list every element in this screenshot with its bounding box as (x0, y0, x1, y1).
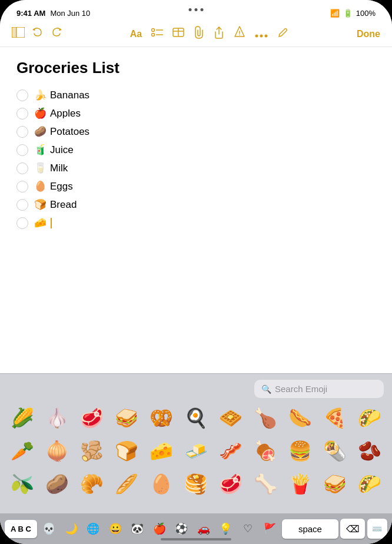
emoji-wrap[interactable]: 🥪 (318, 469, 351, 499)
delete-button[interactable]: ⌫ (340, 519, 365, 539)
flag-icon[interactable]: 🚩 (260, 519, 280, 539)
emoji-beans[interactable]: 🫘 (353, 436, 386, 466)
format-text-icon[interactable]: Aa (130, 29, 142, 39)
list-item: 🍞 Bread (16, 198, 376, 211)
emoji-smile-icon[interactable]: 😀 (105, 519, 125, 539)
emoji-sandwich[interactable]: 🥪 (110, 403, 144, 433)
ball-icon[interactable]: ⚽ (171, 519, 191, 539)
heart-icon[interactable]: ♡ (238, 519, 258, 539)
list-item: 🍌 Bananas (16, 89, 376, 101)
space-button[interactable]: space (282, 519, 338, 539)
cursor (50, 217, 52, 229)
emoji-taco2[interactable]: 🌮 (353, 469, 386, 499)
item-text-3[interactable]: Potatoes (50, 126, 89, 138)
done-button[interactable]: Done (357, 29, 380, 39)
emoji-bone-meat[interactable]: 🍖 (248, 436, 282, 466)
undo-icon[interactable] (32, 27, 44, 41)
globe-icon[interactable]: 🌐 (83, 519, 103, 539)
checkbox-6[interactable] (16, 181, 28, 193)
compose-icon[interactable] (277, 26, 289, 41)
wifi-icon: 📶 (330, 9, 340, 18)
emoji-bone[interactable]: 🦴 (248, 469, 282, 499)
checkbox-7[interactable] (16, 199, 28, 211)
checkbox-4[interactable] (16, 144, 28, 156)
item-text-7[interactable]: Bread (50, 199, 77, 211)
emoji-bread[interactable]: 🍞 (110, 436, 144, 466)
emoji-steak[interactable]: 🥩 (214, 469, 247, 499)
abc-button[interactable]: A B C (5, 520, 37, 538)
search-icon: 🔍 (261, 384, 271, 394)
table-icon[interactable] (172, 27, 184, 41)
emoji-carrot[interactable]: 🥕 (6, 436, 39, 466)
emoji-onion[interactable]: 🧅 (41, 436, 74, 466)
emoji-croissant[interactable]: 🥐 (75, 469, 109, 499)
item-text-2[interactable]: Apples (50, 108, 81, 120)
emoji-potato[interactable]: 🥔 (41, 469, 74, 499)
apple-icon[interactable]: 🍎 (150, 519, 170, 539)
car-icon[interactable]: 🚗 (194, 519, 214, 539)
emoji-burger[interactable]: 🍔 (283, 436, 317, 466)
emoji-2: 🍎 (34, 107, 46, 120)
emoji-pretzel[interactable]: 🥨 (145, 403, 178, 433)
checkbox-5[interactable] (16, 162, 28, 174)
emoji-waffle[interactable]: 🧇 (214, 403, 247, 433)
attach-icon[interactable] (194, 26, 204, 42)
emoji-4: 🧃 (34, 144, 46, 156)
emoji-5: 🥛 (34, 162, 46, 174)
emoji-olive[interactable]: 🫒 (6, 469, 39, 499)
checkbox-3[interactable] (16, 126, 28, 138)
emoji-butter[interactable]: 🧈 (180, 436, 213, 466)
checklist-icon[interactable] (151, 27, 163, 41)
note-title[interactable]: Groceries List (16, 59, 376, 77)
item-text-6[interactable]: Eggs (50, 181, 73, 193)
item-text-5[interactable]: Milk (50, 162, 68, 174)
emoji-pan[interactable]: 🍳 (180, 403, 213, 433)
light-icon[interactable]: 💡 (215, 519, 235, 539)
status-date: Mon Jun 10 (50, 9, 90, 18)
animal-icon[interactable]: 🐼 (127, 519, 147, 539)
emoji-search-box[interactable]: 🔍 Search Emoji (254, 380, 384, 398)
emoji-meat[interactable]: 🥩 (75, 403, 109, 433)
checkbox-8[interactable] (16, 217, 28, 229)
ghost-icon[interactable]: 🌙 (61, 519, 81, 539)
sidebar-icon[interactable] (12, 27, 25, 41)
list-item: 🥛 Milk (16, 162, 376, 174)
emoji-bacon[interactable]: 🥓 (214, 436, 247, 466)
emoji-6: 🥚 (34, 180, 46, 193)
toolbar: Aa (0, 21, 392, 47)
list-item: 🧃 Juice (16, 144, 376, 156)
status-time: 9:41 AM (16, 9, 45, 18)
svg-point-13 (260, 35, 263, 38)
checkbox-2[interactable] (16, 108, 28, 120)
keyboard-toggle-button[interactable]: ⌨️ (367, 519, 387, 539)
emoji-fries[interactable]: 🍟 (283, 469, 317, 499)
emoji-drumstick[interactable]: 🍗 (248, 403, 282, 433)
emoji-corn[interactable]: 🌽 (6, 403, 39, 433)
item-text-1[interactable]: Bananas (50, 89, 89, 101)
skull-icon[interactable]: 💀 (39, 519, 59, 539)
redo-icon[interactable] (51, 27, 62, 41)
list-item: 🧀 (16, 217, 376, 229)
emoji-taco[interactable]: 🌮 (353, 403, 386, 433)
svg-point-14 (265, 35, 268, 38)
emoji-hotdog[interactable]: 🌭 (283, 403, 317, 433)
item-text-4[interactable]: Juice (50, 144, 74, 156)
checkbox-1[interactable] (16, 89, 28, 101)
emoji-garlic[interactable]: 🧄 (41, 403, 74, 433)
emoji-baguette[interactable]: 🥖 (110, 469, 144, 499)
battery-percent: 100% (356, 9, 376, 18)
emoji-cheese[interactable]: 🧀 (145, 436, 178, 466)
emoji-search-row: 🔍 Search Emoji (0, 374, 392, 403)
emoji-egg[interactable]: 🥚 (145, 469, 178, 499)
more-icon[interactable] (255, 27, 268, 41)
alert-icon[interactable] (234, 26, 245, 42)
emoji-burrito[interactable]: 🌯 (318, 436, 351, 466)
emoji-row-3: 🫒 🥔 🥐 🥖 🥚 🥞 🥩 🦴 🍟 🥪 🌮 (6, 469, 386, 499)
emoji-pizza[interactable]: 🍕 (318, 403, 351, 433)
share-icon[interactable] (214, 26, 224, 42)
note-content: Groceries List 🍌 Bananas 🍎 Apples 🥔 Pota… (0, 47, 392, 369)
svg-point-5 (152, 34, 155, 37)
emoji-ginger[interactable]: 🫚 (75, 436, 109, 466)
emoji-pancakes[interactable]: 🥞 (180, 469, 213, 499)
status-icons: 📶 🔋 100% (330, 9, 376, 18)
